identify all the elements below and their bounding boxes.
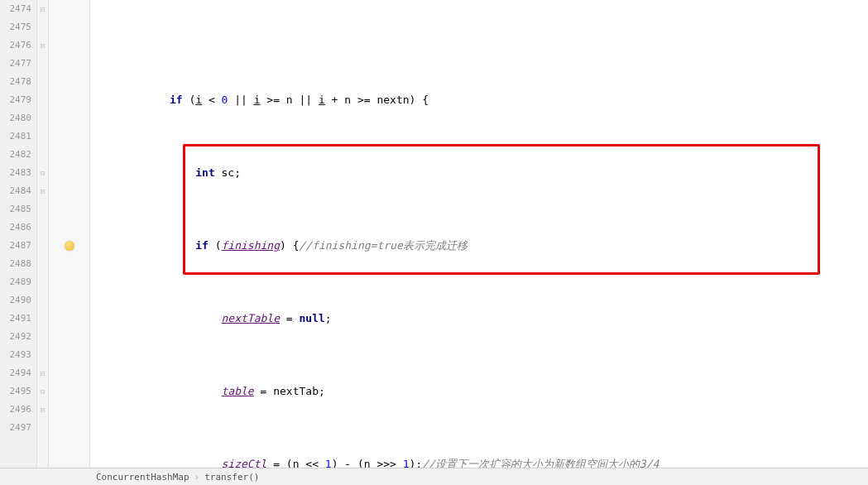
line-number: 2495 bbox=[0, 382, 31, 401]
comment: //设置下一次扩容的大小为新数组空间大小的3/4 bbox=[422, 458, 659, 468]
code-line[interactable]: int sc; bbox=[90, 164, 868, 182]
fold-marker[interactable] bbox=[37, 18, 48, 36]
fold-marker[interactable] bbox=[37, 273, 48, 291]
gutter-marker bbox=[49, 200, 89, 218]
gutter-marker bbox=[49, 218, 89, 237]
gutter-marker bbox=[49, 36, 89, 55]
breadcrumb[interactable]: ConcurrentHashMap › transfer() bbox=[0, 468, 868, 485]
fold-marker[interactable]: ⊟ bbox=[37, 364, 48, 382]
gutter-marker bbox=[49, 401, 89, 419]
line-number: 2484 bbox=[0, 182, 31, 200]
code-line[interactable]: if (i < 0 || i >= n || i + n >= nextn) { bbox=[90, 91, 868, 109]
line-number: 2479 bbox=[0, 91, 31, 109]
line-number: 2492 bbox=[0, 328, 31, 346]
gutter-marker bbox=[49, 109, 89, 127]
line-number: 2496 bbox=[0, 401, 31, 419]
gutter-marker bbox=[49, 328, 89, 346]
gutter-marker bbox=[49, 91, 89, 109]
gutter-marker bbox=[49, 18, 89, 36]
line-number: 2488 bbox=[0, 255, 31, 273]
code-line[interactable]: if (finishing) {//finishing=true表示完成迁移 bbox=[90, 237, 868, 255]
line-number: 2497 bbox=[0, 419, 31, 437]
breadcrumb-file[interactable]: ConcurrentHashMap bbox=[91, 472, 194, 483]
fold-column: ⊟⊟⊟⊟⊟⊟⊟ bbox=[37, 0, 49, 468]
fold-marker[interactable] bbox=[37, 328, 48, 346]
marker-column bbox=[49, 0, 90, 468]
fold-marker[interactable] bbox=[37, 218, 48, 237]
fold-marker[interactable] bbox=[37, 146, 48, 164]
line-number: 2480 bbox=[0, 109, 31, 127]
lightbulb-icon[interactable] bbox=[65, 241, 74, 251]
fold-marker[interactable] bbox=[37, 109, 48, 127]
gutter-marker bbox=[49, 310, 89, 328]
gutter-marker bbox=[49, 364, 89, 382]
keyword-int: int bbox=[195, 166, 214, 179]
line-number: 2483 bbox=[0, 164, 31, 182]
line-number-gutter: 2474247524762477247824792480248124822483… bbox=[0, 0, 37, 468]
chevron-right-icon: › bbox=[194, 472, 200, 483]
fold-marker[interactable]: ⊟ bbox=[37, 164, 48, 182]
fold-marker[interactable] bbox=[37, 91, 48, 109]
line-number: 2478 bbox=[0, 73, 31, 91]
line-number: 2490 bbox=[0, 291, 31, 310]
gutter-marker bbox=[49, 291, 89, 310]
line-number: 2482 bbox=[0, 146, 31, 164]
fold-marker[interactable]: ⊟ bbox=[37, 36, 48, 55]
gutter-marker bbox=[49, 382, 89, 401]
gutter-marker bbox=[49, 182, 89, 200]
breadcrumb-method[interactable]: transfer() bbox=[199, 472, 264, 483]
line-number: 2486 bbox=[0, 218, 31, 237]
line-number: 2481 bbox=[0, 127, 31, 146]
gutter-marker bbox=[49, 146, 89, 164]
gutter-marker bbox=[49, 164, 89, 182]
fold-marker[interactable] bbox=[37, 127, 48, 146]
gutter-marker bbox=[49, 237, 89, 255]
fold-marker[interactable] bbox=[37, 73, 48, 91]
code-editor[interactable]: 2474247524762477247824792480248124822483… bbox=[0, 0, 868, 468]
gutter-marker bbox=[49, 346, 89, 364]
gutter-marker bbox=[49, 55, 89, 73]
line-number: 2476 bbox=[0, 36, 31, 55]
code-line[interactable]: sizeCtl = (n << 1) - (n >>> 1);//设置下一次扩容… bbox=[90, 455, 868, 468]
gutter-marker bbox=[49, 127, 89, 146]
line-number: 2494 bbox=[0, 364, 31, 382]
line-number: 2491 bbox=[0, 310, 31, 328]
line-number: 2487 bbox=[0, 237, 31, 255]
fold-marker[interactable] bbox=[37, 237, 48, 255]
line-number: 2475 bbox=[0, 18, 31, 36]
fold-marker[interactable] bbox=[37, 55, 48, 73]
line-number: 2493 bbox=[0, 346, 31, 364]
fold-marker[interactable]: ⊟ bbox=[37, 182, 48, 200]
fold-marker[interactable] bbox=[37, 310, 48, 328]
code-line[interactable]: nextTable = null; bbox=[90, 310, 868, 328]
gutter-marker bbox=[49, 419, 89, 437]
gutter-marker bbox=[49, 273, 89, 291]
gutter-marker bbox=[49, 255, 89, 273]
gutter-marker bbox=[49, 73, 89, 91]
line-number: 2489 bbox=[0, 273, 31, 291]
fold-marker[interactable] bbox=[37, 255, 48, 273]
comment: //finishing=true表示完成迁移 bbox=[299, 239, 467, 252]
fold-marker[interactable] bbox=[37, 419, 48, 437]
code-line[interactable]: table = nextTab; bbox=[90, 382, 868, 401]
line-number: 2477 bbox=[0, 55, 31, 73]
code-area[interactable]: if (i < 0 || i >= n || i + n >= nextn) {… bbox=[90, 0, 868, 468]
fold-marker[interactable]: ⊟ bbox=[37, 0, 48, 18]
fold-marker[interactable] bbox=[37, 200, 48, 218]
fold-marker[interactable] bbox=[37, 346, 48, 364]
fold-marker[interactable]: ⊟ bbox=[37, 382, 48, 401]
keyword-if: if bbox=[170, 94, 183, 106]
fold-marker[interactable]: ⊟ bbox=[37, 401, 48, 419]
line-number: 2485 bbox=[0, 200, 31, 218]
line-number: 2474 bbox=[0, 0, 31, 18]
gutter-marker bbox=[49, 0, 89, 18]
fold-marker[interactable] bbox=[37, 291, 48, 310]
